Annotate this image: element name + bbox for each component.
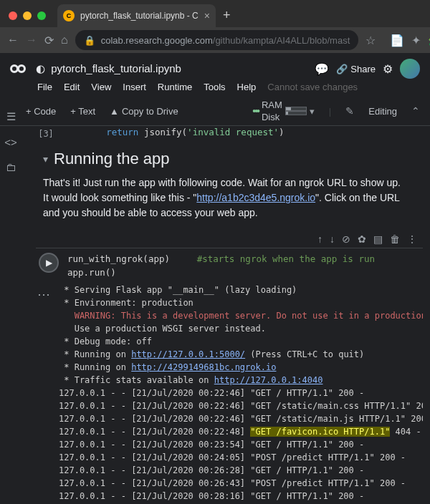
add-code-button[interactable]: + Code	[26, 106, 56, 117]
menu-edit[interactable]: Edit	[64, 82, 80, 92]
browser-toolbar: ← → ⟳ ⌂ 🔒 colab.research.google.com/gith…	[0, 27, 430, 53]
browser-tabstrip: C pytorch_flask_tutorial.ipynb - C × +	[0, 0, 430, 27]
cell-menu-icon[interactable]: ⋮	[407, 233, 417, 245]
user-avatar[interactable]	[400, 59, 420, 79]
star-icon[interactable]: ☆	[366, 34, 376, 47]
run-cell-code[interactable]: run_with_ngrok(app) #starts ngrok when t…	[62, 250, 423, 283]
cell-exec-count: [3]	[29, 126, 63, 140]
window-controls	[0, 11, 54, 27]
lock-icon: 🔒	[84, 35, 95, 46]
connection-status-icon: •••	[252, 105, 259, 117]
minimize-window-icon[interactable]	[23, 11, 32, 20]
home-icon[interactable]: ⌂	[61, 34, 68, 47]
share-button[interactable]: 🔗 Share	[336, 64, 376, 74]
left-rail: ☰ <> 🗀	[0, 110, 22, 173]
comment-icon[interactable]: 💬	[315, 62, 329, 76]
save-status: Cannot save changes	[267, 82, 358, 92]
menu-help[interactable]: Help	[237, 82, 257, 92]
github-icon: ◐	[36, 62, 45, 74]
settings-icon[interactable]: ⚙	[383, 62, 393, 76]
extension-2-icon[interactable]: 📄	[390, 34, 404, 47]
colab-logo-icon[interactable]	[7, 62, 29, 76]
section-paragraph: That's it! Just run the app with followi…	[43, 175, 408, 220]
move-up-icon[interactable]: ↑	[317, 233, 322, 245]
ram-label: RAM	[262, 100, 282, 110]
colab-favicon-icon: C	[63, 10, 75, 21]
section-caret-icon[interactable]: ▾	[43, 153, 48, 165]
forward-icon[interactable]: →	[26, 34, 37, 47]
menu-runtime[interactable]: Runtime	[158, 82, 192, 92]
files-icon[interactable]: 🗀	[6, 161, 16, 173]
ngrok-example-link[interactable]: http://a1b2c3d4e5.ngrok.io	[196, 192, 315, 203]
localhost-link[interactable]: http://127.0.0.1:5000/	[131, 349, 245, 359]
pencil-icon: ✎	[345, 105, 354, 117]
drive-icon: ▲	[110, 106, 119, 117]
mode-label[interactable]: Editing	[368, 106, 397, 117]
section-running-app: ▾ Running the app	[43, 150, 423, 168]
notebook-title[interactable]: pytorch_flask_tutorial.ipynb	[51, 62, 181, 74]
ngrok-link[interactable]: http://4299149681bc.ngrok.io	[131, 362, 276, 372]
close-window-icon[interactable]	[9, 11, 17, 20]
code-fragment: return jsonify('invalid request')	[63, 126, 285, 140]
colab-header: ◐ pytorch_flask_tutorial.ipynb 💬 🔗 Share…	[0, 53, 430, 80]
terminal-output: * Serving Flask app "__main__" (lazy loa…	[59, 284, 423, 504]
output-menu-icon[interactable]: ⋯	[29, 284, 59, 504]
tab-title: pytorch_flask_tutorial.ipynb - C	[80, 11, 199, 21]
maximize-window-icon[interactable]	[37, 11, 46, 20]
mirror-cell-icon[interactable]: ▤	[373, 233, 383, 245]
resource-dropdown-icon[interactable]: ▾	[310, 106, 315, 117]
toc-icon[interactable]: ☰	[6, 110, 16, 123]
resource-meter[interactable]: ••• RAM Disk ▾	[252, 100, 315, 122]
new-tab-button[interactable]: +	[223, 8, 231, 27]
disk-label: Disk	[262, 112, 282, 122]
traffic-stats-link[interactable]: http://127.0.0.1:4040	[214, 375, 323, 385]
extensions-menu-icon[interactable]: ✦	[411, 34, 421, 47]
section-heading: Running the app	[54, 150, 169, 168]
menu-file[interactable]: File	[37, 82, 52, 92]
move-down-icon[interactable]: ↓	[330, 233, 335, 245]
address-bar[interactable]: 🔒 colab.research.google.com/github/kampt…	[75, 30, 359, 50]
find-replace-icon[interactable]: <>	[4, 136, 17, 148]
delete-cell-icon[interactable]: 🗑	[390, 233, 400, 245]
menu-insert[interactable]: Insert	[123, 82, 146, 92]
run-button[interactable]: ▶	[39, 253, 59, 273]
back-icon[interactable]: ←	[7, 34, 19, 47]
reload-icon[interactable]: ⟳	[44, 34, 54, 47]
cell-action-bar: ↑ ↓ ⊘ ✿ ▤ 🗑 ⋮	[29, 231, 423, 248]
link-cell-icon[interactable]: ⊘	[342, 233, 350, 245]
menu-view[interactable]: View	[91, 82, 111, 92]
url-path: /github/kampta/AI4ALL/blob/mast	[213, 35, 350, 46]
close-tab-icon[interactable]: ×	[204, 10, 210, 21]
code-cell-3: [3] return jsonify('invalid request')	[29, 126, 423, 140]
cell-output: ⋯ * Serving Flask app "__main__" (lazy l…	[29, 284, 423, 504]
add-text-button[interactable]: + Text	[70, 106, 95, 117]
notebook-body: [3] return jsonify('invalid request') ▾ …	[22, 126, 430, 504]
share-icon: 🔗	[336, 64, 348, 74]
run-cell: ▶ run_with_ngrok(app) #starts ngrok when…	[36, 248, 423, 283]
action-toolbar: + Code + Text ▲ Copy to Drive ••• RAM Di…	[0, 97, 430, 126]
copy-to-drive-button[interactable]: ▲ Copy to Drive	[110, 106, 178, 117]
cell-settings-icon[interactable]: ✿	[358, 233, 366, 245]
browser-tab[interactable]: C pytorch_flask_tutorial.ipynb - C ×	[57, 4, 216, 27]
url-host: colab.research.google.com	[101, 35, 213, 46]
mode-dropdown-icon[interactable]: ⌃	[411, 105, 420, 117]
disk-bar	[285, 111, 307, 115]
menu-tools[interactable]: Tools	[204, 82, 225, 92]
menu-bar: File Edit View Insert Runtime Tools Help…	[0, 80, 430, 97]
